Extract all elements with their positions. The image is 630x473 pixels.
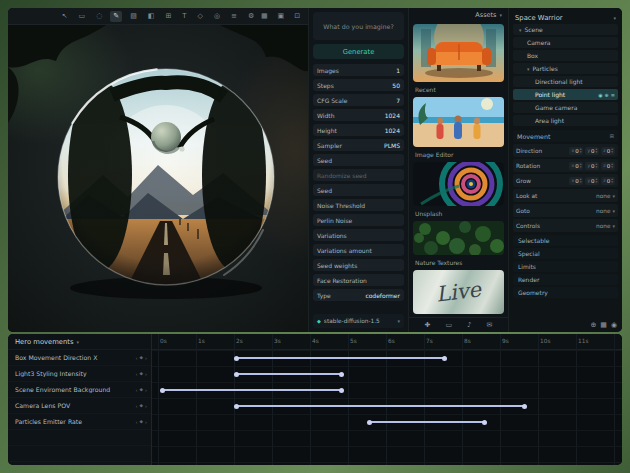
step-down-icon[interactable]: ▾ <box>580 151 582 153</box>
asset-thumb-beach[interactable] <box>413 97 504 147</box>
param-sampler[interactable]: SamplerPLMS <box>313 139 404 151</box>
axis-y-field[interactable]: y0▴▾ <box>585 162 599 170</box>
param-face-restoration[interactable]: Face Restoration <box>313 274 404 286</box>
asset-category-unsplash[interactable]: Unsplash <box>413 209 504 218</box>
param-images[interactable]: Images1 <box>313 64 404 76</box>
assets-header[interactable]: Assets ▾ <box>409 8 508 21</box>
stamp-tool-icon[interactable]: ⊞ <box>162 11 174 22</box>
model-selector[interactable]: ◆ stable-diffusion-1.5 ▾ <box>313 314 404 328</box>
param-perlin-noise[interactable]: Perlin Noise <box>313 214 404 226</box>
add-asset-icon[interactable]: ✚ <box>425 322 431 329</box>
keyframe-bar[interactable] <box>162 389 343 391</box>
settings-tool-icon[interactable]: ⚙ <box>245 11 257 22</box>
asset-category-recent[interactable]: Recent <box>413 85 504 94</box>
pencil-tool-icon[interactable]: ✎ <box>110 11 122 22</box>
capture-icon[interactable]: ◉ <box>611 322 617 329</box>
grid-icon[interactable]: ▦ <box>600 322 607 329</box>
movement-section-header[interactable]: Movement ⊞ <box>513 130 618 142</box>
prev-keyframe-icon[interactable]: ‹ <box>136 419 138 425</box>
mic-icon[interactable]: ♪ <box>467 322 471 329</box>
tree-item-area-light[interactable]: Area light <box>513 115 618 126</box>
timeline-lane[interactable]: 0s1s2s3s4s5s6s7s8s9s10s11s <box>152 334 622 465</box>
prompt-input[interactable]: What do you imagine? <box>313 12 404 40</box>
prop-direction[interactable]: Directionx0▴▾y0▴▾z0▴▾ <box>513 144 618 157</box>
tree-item-directional-light[interactable]: Directional light <box>513 76 618 87</box>
asset-category-nature-textures[interactable]: Nature Textures <box>413 258 504 267</box>
step-down-icon[interactable]: ▾ <box>580 181 582 183</box>
axis-z-field[interactable]: z0▴▾ <box>601 147 615 155</box>
visibility-icon[interactable]: ◉ <box>598 92 602 98</box>
grid-toggle-icon[interactable]: ▦ <box>258 11 271 22</box>
next-keyframe-icon[interactable]: › <box>145 403 147 409</box>
param-height[interactable]: Height1024 <box>313 124 404 136</box>
generate-button[interactable]: Generate <box>313 44 404 59</box>
comment-icon[interactable]: ✉ <box>487 322 493 329</box>
step-down-icon[interactable]: ▾ <box>611 151 613 153</box>
add-keyframe-icon[interactable]: ◆ <box>140 355 143 360</box>
param-randomize-seed[interactable]: Randomize seed <box>313 169 404 181</box>
step-down-icon[interactable]: ▾ <box>580 166 582 168</box>
param-type[interactable]: Typecodeformer <box>313 289 404 301</box>
shape-tool-icon[interactable]: ◇ <box>195 11 206 22</box>
canvas-viewport[interactable] <box>8 25 308 332</box>
keyframe-bar[interactable] <box>369 421 485 423</box>
tree-item-particles[interactable]: ▾Particles <box>513 63 618 74</box>
timeline-ruler[interactable] <box>152 334 622 350</box>
axis-y-field[interactable]: y0▴▾ <box>585 147 599 155</box>
tree-item-camera[interactable]: Camera <box>513 37 618 48</box>
prev-keyframe-icon[interactable]: ‹ <box>136 387 138 393</box>
param-cfg-scale[interactable]: CFG Scale7 <box>313 94 404 106</box>
prev-keyframe-icon[interactable]: ‹ <box>136 371 138 377</box>
text-tool-icon[interactable]: T <box>179 11 189 22</box>
section-geometry[interactable]: Geometry <box>513 287 618 298</box>
asset-thumb-live-sign[interactable]: Live <box>413 270 504 314</box>
asset-category-image-editor[interactable]: Image Editor <box>413 150 504 159</box>
more-icon[interactable]: ≡ <box>611 92 615 98</box>
marquee-tool-icon[interactable]: ▭ <box>76 11 89 22</box>
eraser-tool-icon[interactable]: ▨ <box>127 11 140 22</box>
param-width[interactable]: Width1024 <box>313 109 404 121</box>
add-object-icon[interactable]: ⊕ <box>590 322 596 329</box>
step-down-icon[interactable]: ▾ <box>596 181 598 183</box>
next-keyframe-icon[interactable]: › <box>145 355 147 361</box>
zoom-tool-icon[interactable]: ◎ <box>211 11 223 22</box>
axis-x-field[interactable]: x0▴▾ <box>569 147 583 155</box>
focus-icon[interactable]: ⊕ <box>605 92 609 98</box>
section-selectable[interactable]: Selectable <box>513 235 618 246</box>
param-variations-amount[interactable]: Variations amount <box>313 244 404 256</box>
axis-z-field[interactable]: z0▴▾ <box>601 162 615 170</box>
param-steps[interactable]: Steps50 <box>313 79 404 91</box>
next-keyframe-icon[interactable]: › <box>145 371 147 377</box>
param-seed[interactable]: Seed <box>313 154 404 166</box>
prop-grow[interactable]: Growx0▴▾y0▴▾z0▴▾ <box>513 174 618 187</box>
lasso-tool-icon[interactable]: ◌ <box>93 11 105 22</box>
param-variations[interactable]: Variations <box>313 229 404 241</box>
next-keyframe-icon[interactable]: › <box>145 419 147 425</box>
prev-keyframe-icon[interactable]: ‹ <box>136 355 138 361</box>
add-keyframe-icon[interactable]: ◆ <box>140 387 143 392</box>
step-down-icon[interactable]: ▾ <box>611 166 613 168</box>
step-down-icon[interactable]: ▾ <box>596 166 598 168</box>
track-scene-enviroment-background[interactable]: Scene Enviroment Background‹◆› <box>8 382 151 398</box>
prop-look-at[interactable]: Look atnone▾ <box>513 189 618 202</box>
axis-y-field[interactable]: y0▴▾ <box>585 177 599 185</box>
snapshot-icon[interactable]: ▣ <box>275 11 288 22</box>
prop-goto[interactable]: Gotonone▾ <box>513 204 618 217</box>
scene-header[interactable]: Space Warrior ▾ <box>513 11 618 24</box>
fullscreen-icon[interactable]: ⊡ <box>291 11 303 22</box>
section-special[interactable]: Special <box>513 248 618 259</box>
asset-thumb-peacock[interactable] <box>413 162 504 206</box>
prev-keyframe-icon[interactable]: ‹ <box>136 403 138 409</box>
section-limits[interactable]: Limits <box>513 261 618 272</box>
add-keyframe-icon[interactable]: ◆ <box>140 371 143 376</box>
image-frame-icon[interactable]: ▭ <box>445 322 452 329</box>
param-seed-weights[interactable]: Seed weights <box>313 259 404 271</box>
add-keyframe-icon[interactable]: ◆ <box>140 403 143 408</box>
track-particles-emitter-rate[interactable]: Particles Emitter Rate‹◆› <box>8 414 151 430</box>
step-down-icon[interactable]: ▾ <box>611 181 613 183</box>
axis-z-field[interactable]: z0▴▾ <box>601 177 615 185</box>
param-noise-threshold[interactable]: Noise Threshold <box>313 199 404 211</box>
asset-thumb-foliage[interactable] <box>413 221 504 255</box>
track-box-movement-direction-x[interactable]: Box Movement Direction X‹◆› <box>8 350 151 366</box>
track-camera-lens-pov[interactable]: Camera Lens POV‹◆› <box>8 398 151 414</box>
